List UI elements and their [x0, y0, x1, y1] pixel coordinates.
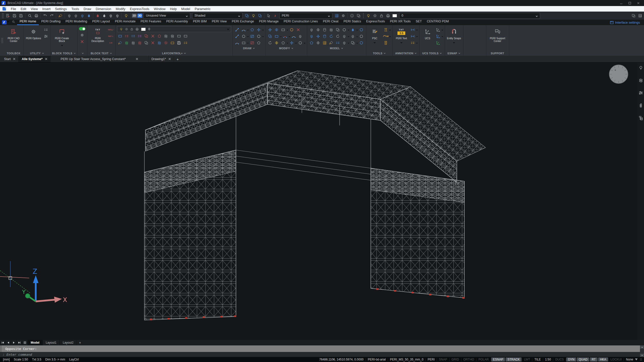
model-torus-icon[interactable] [328, 27, 334, 33]
doc-tab-start[interactable]: Start [1, 56, 19, 62]
status-layctrl[interactable]: LayCtrl [67, 358, 81, 361]
menu-expresstools[interactable]: ExpressTools [128, 7, 151, 11]
view-dropdown[interactable]: Unsaved View [144, 13, 190, 19]
tools-columns-icon[interactable] [383, 27, 389, 33]
toolbar-grid-icon[interactable] [637, 13, 643, 19]
solid-cube-red-icon[interactable] [95, 13, 101, 19]
modify-break-icon[interactable] [297, 40, 303, 46]
status-coordinates[interactable]: 76486.1106, 14510.5974, 0.0000 [317, 358, 366, 361]
layer-stack-red-icon[interactable] [137, 40, 143, 46]
scale-1x-icon[interactable]: 1 X [108, 40, 114, 46]
dim-linear-icon[interactable] [410, 27, 416, 33]
model-loft-icon[interactable] [322, 33, 328, 39]
light-cube-icon[interactable] [123, 13, 129, 19]
workspace-dropdown[interactable]: PERI [279, 13, 332, 19]
model-revolve-icon[interactable] [328, 33, 334, 39]
layer-state-icon[interactable] [156, 40, 163, 46]
ribbon-tab-peri-modelling[interactable]: PERI Modelling [63, 19, 90, 25]
layer-isolate-icon[interactable] [244, 13, 250, 19]
toggle-ducs[interactable]: DUCS [553, 358, 566, 361]
ribbon-tab-peri-home[interactable]: PERI Home [17, 19, 39, 25]
model-viewport[interactable]: Z X Y [0, 62, 644, 340]
txt-add-icon[interactable]: TXT [108, 27, 114, 33]
menu-draw[interactable]: Draw [81, 7, 93, 11]
panel-collapse-icon[interactable] [630, 13, 636, 19]
draw-boundary-icon[interactable] [249, 27, 255, 33]
close-tab-icon[interactable] [13, 57, 15, 61]
toggle-lockui[interactable]: LOCKUI [609, 358, 624, 361]
model-pushpull-icon[interactable] [309, 33, 315, 39]
modify-align-icon[interactable] [274, 40, 280, 46]
ribbon-tab-peri-layout[interactable]: PERI Layout [90, 19, 112, 25]
layer-on-off-bulb-icon[interactable] [365, 13, 371, 19]
status-text-height[interactable]: Txt 3.5 [30, 358, 43, 361]
menu-dimension[interactable]: Dimension [94, 7, 113, 11]
model-subtract-icon[interactable] [350, 33, 356, 39]
model-section-icon[interactable] [328, 40, 334, 46]
psc-button[interactable]: PSC [368, 26, 382, 45]
command-input[interactable]: : Enter command [0, 352, 644, 357]
modify-erase-icon[interactable] [295, 27, 301, 33]
layer-walk-icon[interactable] [143, 40, 149, 46]
layer-lock-icon[interactable] [130, 27, 134, 31]
ribbon-tab-peri-statics[interactable]: PERI Statics [341, 19, 364, 25]
chevron-down-icon[interactable] [247, 27, 249, 32]
layer-color-swatch[interactable] [392, 14, 397, 17]
peri-description-button[interactable]: TXT PERI Description [89, 26, 107, 42]
menu-insert[interactable]: Insert [40, 7, 53, 11]
chevron-down-icon[interactable] [416, 40, 418, 45]
annotation-monitor-dropdown[interactable]: None [624, 358, 635, 361]
resize-grip[interactable] [640, 358, 642, 361]
modify-explode-icon[interactable] [289, 27, 295, 33]
toggle-hka[interactable]: HKA [598, 357, 608, 361]
solid-cube-gray2-icon[interactable] [108, 13, 114, 19]
modify-move-icon[interactable] [267, 27, 273, 33]
layer-dash-blue-icon[interactable] [130, 33, 136, 39]
toggle-quad[interactable]: QUAD [577, 357, 589, 361]
layer-iso-icon[interactable] [130, 40, 136, 46]
status-dim-scale[interactable]: Dim 3.5 -> mm [43, 358, 67, 361]
ucs-previous-icon[interactable] [435, 40, 441, 46]
app-menu-logo-icon[interactable] [2, 20, 7, 24]
layer-lock-icon[interactable] [378, 13, 384, 19]
menu-settings[interactable]: Settings [53, 7, 69, 11]
model-slice-icon[interactable] [341, 33, 347, 39]
model-chamfer-icon[interactable] [315, 40, 321, 46]
snap-target-icon[interactable] [79, 32, 85, 38]
model-shell-icon[interactable] [335, 33, 341, 39]
model-extrude-icon[interactable] [335, 27, 341, 33]
chevron-down-icon[interactable] [262, 27, 264, 32]
menu-help[interactable]: Help [168, 7, 179, 11]
layer-off-x-icon[interactable] [150, 40, 156, 46]
utility-list-icon[interactable] [43, 27, 49, 33]
redo-icon[interactable] [49, 13, 55, 19]
navigation-compass[interactable] [609, 65, 628, 83]
peri-cad-center-button[interactable]: PERI CAD Center [5, 26, 22, 42]
toggle-esnap[interactable]: ESNAP [491, 357, 505, 361]
model-structure-icon[interactable] [335, 40, 341, 46]
model-interfere-icon[interactable] [358, 27, 365, 33]
model-sphere-icon[interactable] [341, 27, 347, 33]
modify-mirror-icon[interactable] [274, 27, 280, 33]
settings-gear-icon[interactable] [340, 13, 346, 19]
model-polysolid-icon[interactable] [309, 40, 315, 46]
menu-window[interactable]: Window [152, 7, 168, 11]
ribbon-tab-peri-cleat[interactable]: PERI Cleat [320, 19, 341, 25]
menu-file[interactable]: File [9, 7, 18, 11]
view-cube-wire-icon[interactable] [66, 13, 72, 19]
layer-m-icon[interactable] [170, 33, 176, 39]
draw-hatch-circle-icon[interactable] [249, 33, 255, 39]
ribbon-layer-dropdown[interactable]: 0 [117, 26, 231, 32]
structure-tree-icon[interactable] [638, 115, 644, 121]
chevron-down-icon[interactable] [441, 27, 443, 32]
ribbon-search-icon[interactable] [12, 20, 15, 24]
chevron-down-icon[interactable] [389, 27, 391, 32]
next-layout-button[interactable] [11, 340, 17, 345]
chevron-down-icon[interactable] [356, 40, 358, 45]
toggle-grid[interactable]: GRID [450, 358, 461, 361]
tools-panel-icon[interactable] [383, 40, 389, 46]
ribbon-tab-peri-construction-lines[interactable]: PERI Construction Lines [281, 19, 320, 25]
new-tab-button[interactable]: + [174, 56, 181, 62]
draw-ray-icon[interactable] [234, 33, 240, 39]
ribbon-tab-peri-features[interactable]: PERI Features [138, 19, 164, 25]
